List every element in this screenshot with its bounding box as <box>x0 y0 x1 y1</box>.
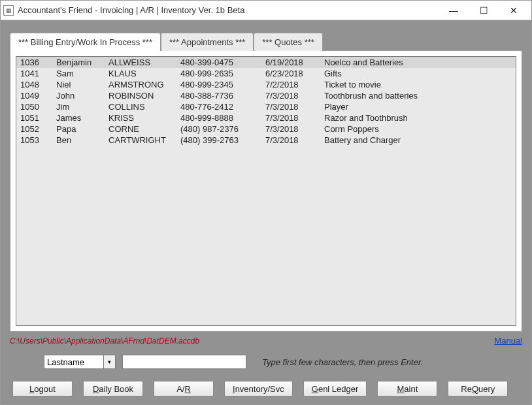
cell-id: 1052 <box>16 123 52 135</box>
tab-appointments[interactable]: *** Appointments *** <box>161 33 254 51</box>
cell-desc: Gifts <box>320 68 516 79</box>
search-field-dropdown[interactable]: ▾ <box>44 355 116 369</box>
table-row[interactable]: 1052PapaCORNE(480) 987-23767/3/2018Corm … <box>16 123 516 135</box>
table-row[interactable]: 1051JamesKRISS480-999-88887/3/2018Razor … <box>16 112 516 123</box>
logout-button[interactable]: Logout <box>12 381 73 397</box>
titlebar[interactable]: ▦ Accountant's Friend - Invoicing | A/R … <box>1 1 531 20</box>
cell-last: ARMSTRONG <box>105 79 176 90</box>
app-window: ▦ Accountant's Friend - Invoicing | A/R … <box>0 0 532 405</box>
search-row: ▾ Type first few characters, then press … <box>10 355 522 369</box>
search-field-input[interactable] <box>44 355 104 369</box>
cell-last: CARTWRIGHT <box>105 135 176 146</box>
cell-first: James <box>52 112 105 123</box>
cell-phone: 480-388-7736 <box>176 90 261 101</box>
footer-path-row: C:\Users\Public\ApplicationData\AFrnd\Da… <box>10 336 522 346</box>
cell-id: 1051 <box>16 112 52 123</box>
cell-date: 7/3/2018 <box>261 90 320 101</box>
cell-date: 7/3/2018 <box>261 112 320 123</box>
cell-last: CORNE <box>105 123 176 135</box>
cell-phone: (480) 987-2376 <box>176 123 261 135</box>
manual-link[interactable]: Manual <box>494 336 522 346</box>
cell-last: ALLWEISS <box>105 57 176 68</box>
cell-id: 1053 <box>16 135 52 146</box>
table-row[interactable]: 1050JimCOLLINS480-776-24127/3/2018Player <box>16 101 516 112</box>
cell-phone: 480-999-2635 <box>176 68 261 79</box>
cell-phone: 480-999-2345 <box>176 79 261 90</box>
tab-billing[interactable]: *** Billing Entry/Work In Process *** <box>10 33 161 51</box>
cell-id: 1050 <box>16 101 52 112</box>
cell-date: 7/3/2018 <box>261 123 320 135</box>
cell-desc: Razor and Toothbrush <box>320 112 516 123</box>
genl-ledger-button[interactable]: Genl Ledger <box>303 381 367 397</box>
search-hint: Type first few characters, then press En… <box>262 357 423 367</box>
cell-id: 1048 <box>16 79 52 90</box>
cell-first: Sam <box>52 68 105 79</box>
form-body: *** Billing Entry/Work In Process *** **… <box>1 20 531 404</box>
cell-first: Jim <box>52 101 105 112</box>
cell-first: Niel <box>52 79 105 90</box>
billing-grid[interactable]: 1036BenjaminALLWEISS480-399-04756/19/201… <box>16 56 516 326</box>
cell-date: 7/3/2018 <box>261 101 320 112</box>
cell-last: KRISS <box>105 112 176 123</box>
search-input[interactable] <box>122 355 246 369</box>
cell-desc: Toothbrush and batteries <box>320 90 516 101</box>
cell-id: 1049 <box>16 90 52 101</box>
cell-phone: (480) 399-2763 <box>176 135 261 146</box>
tab-quotes[interactable]: *** Quotes *** <box>254 33 323 51</box>
button-row: Logout Daily Book A/R Inventory/Svc Genl… <box>10 381 522 397</box>
table-row[interactable]: 1041SamKLAUS480-999-26356/23/2018Gifts <box>16 68 516 79</box>
daily-book-button[interactable]: Daily Book <box>83 381 143 397</box>
ar-button[interactable]: A/R <box>154 381 214 397</box>
table-row[interactable]: 1049JohnROBINSON480-388-77367/3/2018Toot… <box>16 90 516 101</box>
cell-last: ROBINSON <box>105 90 176 101</box>
cell-first: Papa <box>52 123 105 135</box>
tab-strip: *** Billing Entry/Work In Process *** **… <box>10 32 522 50</box>
maximize-button[interactable]: ☐ <box>469 1 499 20</box>
table-row[interactable]: 1053BenCARTWRIGHT(480) 399-27637/3/2018B… <box>16 135 516 146</box>
cell-desc: Battery and Charger <box>320 135 516 146</box>
window-title: Accountant's Friend - Invoicing | A/R | … <box>18 5 439 15</box>
cell-phone: 480-776-2412 <box>176 101 261 112</box>
maint-button[interactable]: Maint <box>377 381 437 397</box>
cell-desc: Player <box>320 101 516 112</box>
cell-last: KLAUS <box>105 68 176 79</box>
chevron-down-icon[interactable]: ▾ <box>104 355 116 369</box>
requery-button[interactable]: ReQuery <box>448 381 508 397</box>
cell-date: 6/23/2018 <box>261 68 320 79</box>
cell-first: Ben <box>52 135 105 146</box>
cell-desc: Corm Poppers <box>320 123 516 135</box>
cell-phone: 480-399-0475 <box>176 57 261 68</box>
close-button[interactable]: ✕ <box>499 1 529 20</box>
db-path: C:\Users\Public\ApplicationData\AFrnd\Da… <box>10 336 199 346</box>
window-controls: — ☐ ✕ <box>439 1 529 20</box>
table-row[interactable]: 1048NielARMSTRONG480-999-23457/2/2018Tic… <box>16 79 516 90</box>
cell-date: 6/19/2018 <box>261 57 320 68</box>
table-row[interactable]: 1036BenjaminALLWEISS480-399-04756/19/201… <box>16 57 516 68</box>
cell-id: 1041 <box>16 68 52 79</box>
cell-desc: Ticket to movie <box>320 79 516 90</box>
tab-panel-billing: 1036BenjaminALLWEISS480-399-04756/19/201… <box>10 50 522 332</box>
cell-id: 1036 <box>16 57 52 68</box>
minimize-button[interactable]: — <box>439 1 469 20</box>
cell-last: COLLINS <box>105 101 176 112</box>
cell-date: 7/2/2018 <box>261 79 320 90</box>
cell-first: John <box>52 90 105 101</box>
cell-desc: Noelco and Batteries <box>320 57 516 68</box>
cell-phone: 480-999-8888 <box>176 112 261 123</box>
inventory-button[interactable]: Inventory/Svc <box>224 381 293 397</box>
form-icon: ▦ <box>3 5 14 16</box>
cell-first: Benjamin <box>52 57 105 68</box>
cell-date: 7/3/2018 <box>261 135 320 146</box>
